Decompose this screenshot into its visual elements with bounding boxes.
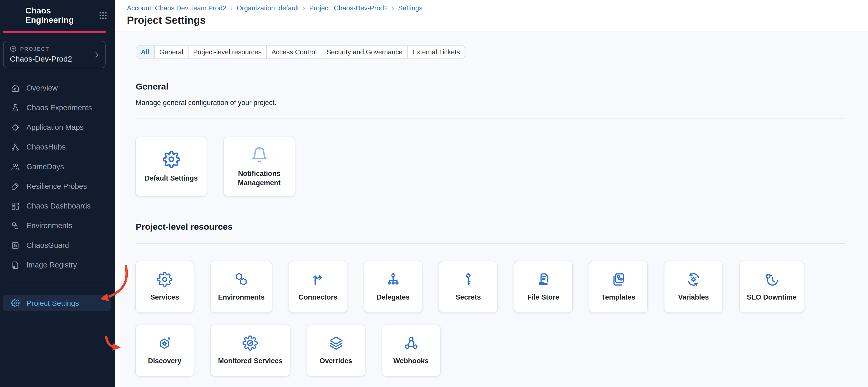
sidebar-item-label: ChaosHubs [26,143,66,151]
breadcrumb-account-link[interactable]: Account: Chaos Dev Team Prod2 [127,4,226,12]
card-secrets[interactable]: Secrets [439,261,497,313]
sidebar-item-gamedays[interactable]: GameDays [0,157,115,176]
sidebar-item-image-registry[interactable]: Image Registry [0,255,115,275]
project-resources-section-heading: Project-level resources [136,222,868,232]
card-connectors[interactable]: Connectors [289,261,347,313]
sidebar-item-application-maps[interactable]: Application Maps [0,117,115,137]
sidebar-item-overview[interactable]: Overview [0,78,115,98]
card-discovery[interactable]: Discovery [136,325,194,376]
sidebar-item-environments[interactable]: Environments [0,216,115,236]
main-panel: Account: Chaos Dev Team Prod2 › Organiza… [115,0,868,387]
sidebar-item-label: Project Settings [26,299,79,307]
card-variables[interactable]: Variables [664,261,722,313]
page-header: Account: Chaos Dev Team Prod2 › Organiza… [115,0,868,32]
accent-divider [3,31,106,33]
lock-shield-icon [11,241,20,250]
file-store-icon [535,272,551,287]
app-switcher-grid-icon[interactable] [98,11,108,20]
card-label: Notifications Management [230,169,288,187]
card-label: Secrets [456,293,481,302]
page-title: Project Settings [127,14,868,26]
card-label: Services [150,293,179,302]
sidebar-item-chaosguard[interactable]: ChaosGuard [0,236,115,255]
general-cards: Default Settings Notifications Managemen… [136,137,868,196]
tab-general[interactable]: General [155,45,188,59]
card-label: Connectors [299,293,337,302]
hexagon-gear-icon [157,335,173,351]
sidebar-item-chaoshubs[interactable]: ChaosHubs [0,137,115,157]
project-resources-cards-row2: Discovery Monitored Services Overrides W… [136,325,868,376]
card-notifications-management[interactable]: Notifications Management [224,137,295,196]
sidebar-header: Chaos Engineering [0,0,115,31]
project-label: PROJECT [20,46,50,52]
card-label: Variables [678,293,709,302]
hexagons-icon [234,272,249,287]
settings-content: All General Project-level resources Acce… [115,32,868,376]
flask-icon [11,103,20,112]
card-services[interactable]: Services [136,261,194,313]
tab-all[interactable]: All [136,45,155,59]
chaos-engineering-app: Chaos Engineering PROJECT Chaos-Dev-Prod… [0,0,868,387]
breadcrumb-organization-link[interactable]: Organization: default [237,4,299,12]
tab-security-and-governance[interactable]: Security and Governance [322,45,408,59]
project-selector-label-row: PROJECT [10,45,92,52]
file-gear-icon [11,260,20,269]
split-arrows-icon [310,272,326,287]
sidebar-divider [3,286,106,286]
tab-external-tickets[interactable]: External Tickets [408,45,465,59]
project-name: Chaos-Dev-Prod2 [10,54,92,63]
network-nodes-icon [11,143,20,151]
card-monitored-services[interactable]: Monitored Services [211,325,290,376]
gear-sync-icon [686,272,701,287]
gear-icon [157,272,173,287]
card-label: Monitored Services [218,356,282,366]
chaos-engineering-logo-icon [7,8,21,23]
card-label: Discovery [148,356,181,366]
sidebar-item-label: Environments [26,221,72,230]
breadcrumb-separator: › [392,4,394,12]
card-templates[interactable]: Templates [589,261,647,313]
project-selector[interactable]: PROJECT Chaos-Dev-Prod2 [3,41,106,68]
scroll-gutter [115,0,120,387]
key-icon [460,272,476,287]
section-divider [136,118,845,118]
card-label: Default Settings [145,174,198,183]
gear-icon [11,298,20,307]
sidebar-item-project-settings[interactable]: Project Settings [3,295,111,311]
bell-icon [250,146,268,163]
home-icon [11,83,20,92]
card-webhooks[interactable]: Webhooks [382,325,440,376]
card-slo-downtime[interactable]: SLO Downtime [740,261,804,313]
card-label: Overrides [319,356,352,366]
sidebar-item-label: ChaosGuard [26,241,69,249]
breadcrumb-settings-link[interactable]: Settings [398,4,422,12]
sidebar-item-label: Application Maps [26,123,84,132]
sidebar-item-label: GameDays [26,163,64,171]
section-divider [136,243,845,244]
hierarchy-icon [385,272,401,287]
card-environments[interactable]: Environments [211,261,272,313]
breadcrumb-project-link[interactable]: Project: Chaos-Dev-Prod2 [309,4,388,12]
sidebar-item-chaos-dashboards[interactable]: Chaos Dashboards [0,196,115,216]
sidebar-item-chaos-experiments[interactable]: Chaos Experiments [0,98,115,117]
tab-project-level-resources[interactable]: Project-level resources [188,45,267,59]
card-label: File Store [527,293,559,302]
breadcrumb-separator: › [303,4,305,12]
users-icon [11,162,20,171]
gear-check-icon [243,335,258,351]
sidebar-nav: Overview Chaos Experiments Application M… [0,78,115,275]
dashboard-grid-icon [11,202,20,210]
card-file-store[interactable]: File Store [514,261,572,313]
layers-icon [328,335,344,351]
crosshair-icon [11,123,20,132]
card-label: Environments [218,293,265,302]
hexagons-icon [11,221,20,230]
webhook-icon [403,335,419,351]
sidebar-item-resilience-probes[interactable]: Resilience Probes [0,176,115,196]
sidebar-item-label: Resilience Probes [26,182,87,190]
card-overrides[interactable]: Overrides [307,325,365,376]
card-default-settings[interactable]: Default Settings [136,137,207,196]
card-label: Templates [601,293,636,302]
tab-access-control[interactable]: Access Control [267,45,322,59]
card-delegates[interactable]: Delegates [364,261,422,313]
